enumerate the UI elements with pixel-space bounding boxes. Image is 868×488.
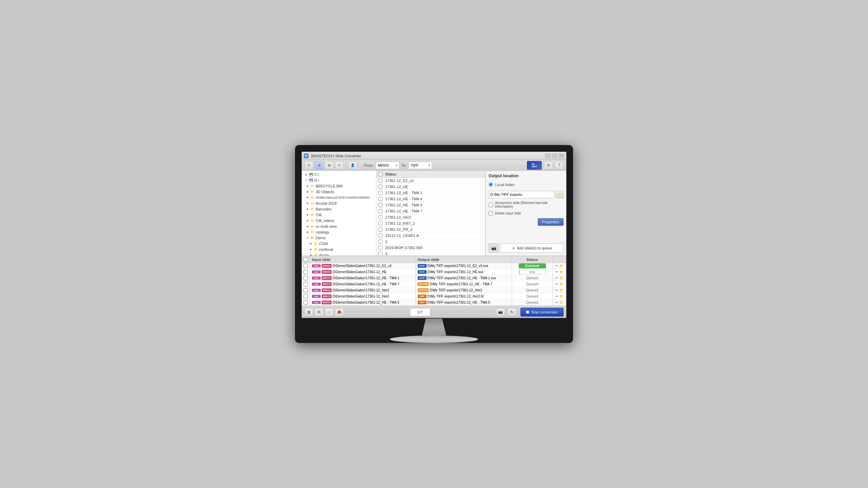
from-format-select[interactable]: MRXS SVS TIFF [376,162,399,169]
slide-checkbox-9[interactable] [378,233,382,238]
maximize-button[interactable]: □ [552,154,557,158]
queue-row-0-checkbox[interactable] [303,264,308,268]
slides-select-all[interactable] [378,172,382,176]
screenshot-btn[interactable]: 📷 [496,308,505,316]
tree-item-c-drive[interactable]: ▶ 💾 C:\ [302,171,376,177]
view-grid-button[interactable]: ⊞ [325,161,334,169]
slide-item-12[interactable]: 3 [376,251,485,256]
tree-arrow: ▼ [306,236,309,240]
tree-item-recycle[interactable]: ▶ 📁 $RECYCLE.BIN [302,183,376,189]
refresh-button[interactable]: ↻ [304,161,313,169]
slide-item-8[interactable]: 17361-12_PR_2 [376,226,485,232]
tree-item-dicom[interactable]: ▶ 📁 dicom [302,252,376,256]
local-folder-radio[interactable] [489,182,493,187]
tree-item-cv-multi[interactable]: ▶ 📁 cv multi view [302,223,376,229]
to-format-select[interactable]: TIFF SVS DICOM [408,162,432,169]
refresh-queue-btn[interactable]: ↻ [508,308,516,316]
copy-btn[interactable]: ⧉ [315,308,323,316]
slide-item-5[interactable]: 17361-12_HE - TMA 7 [376,208,485,214]
slide-checkbox-0[interactable] [378,179,382,183]
slide-checkbox-5[interactable] [378,209,382,213]
delete-checkbox[interactable] [489,211,493,216]
queue-select-all[interactable] [303,257,308,262]
tree-item-3d-objects[interactable]: ▶ 📁 3D Objects [302,189,376,195]
edit-icon-0[interactable]: ✏ [555,264,558,268]
tree-item-demo[interactable]: ▼ 📂 Demo [302,235,376,241]
edit-icon-3[interactable]: ✏ [555,282,558,286]
slide-item-6[interactable]: 17361-12_Her2 [376,214,485,220]
slide-item-7[interactable]: 17361-12_KI67_2 [376,220,485,226]
stop-conversion-button[interactable]: Stop conversion [520,308,564,317]
slide-item-3[interactable]: 17361-12_HE - TMA 4 [376,196,485,202]
folder-icon-4[interactable]: 📁 [559,288,564,292]
tree-item-arculat[interactable]: ▶ 📁 Arculat 2018 [302,200,376,206]
slide-item-1[interactable]: 17361-12_HE [376,184,485,190]
edit-icon-5[interactable]: ✏ [555,294,558,298]
slide-item-4[interactable]: 17361-12_HE - TMA 5 [376,202,485,208]
queue-row-6[interactable]: cws MRXS D\Demo\SlidesGabor\17361-12_HE … [302,300,566,306]
slide-checkbox-3[interactable] [378,197,382,201]
folder-icon-5[interactable]: 📁 [559,294,564,298]
edit-icon-1[interactable]: ✏ [555,270,558,274]
minimize-button[interactable]: — [545,154,551,158]
settings-button[interactable]: ⚙ [544,161,553,169]
move-btn[interactable]: ↕ [325,308,334,316]
anonymize-checkbox[interactable] [489,203,493,207]
export-btn[interactable]: 📤 [335,308,344,316]
view-detail-button[interactable]: ≡ [335,161,344,169]
slide-item-2[interactable]: 17361-12_HE - TMA 1 [376,190,485,196]
slide-checkbox-11[interactable] [378,246,382,250]
browse-button[interactable]: 📁 [555,191,564,198]
folder-icon-3[interactable]: 📁 [559,282,564,286]
queue-row-3-checkbox[interactable] [303,282,308,286]
queue-row-6-checkbox[interactable] [303,300,308,305]
slide-checkbox-4[interactable] [378,203,382,207]
tree-item-cm-videos[interactable]: ▶ 📁 CM_videos [302,218,376,223]
delete-btn[interactable]: 🗑 [304,308,313,316]
tree-item-confocal[interactable]: ▶ 📁 confocal [302,246,376,252]
edit-icon-4[interactable]: ✏ [555,288,558,292]
slide-item-9[interactable]: 19112-11_CKAE1-A [376,232,485,239]
slide-checkbox-10[interactable] [378,240,382,244]
add-queue-button[interactable]: + Add slide(s) to queue [501,243,564,253]
slide-item-10[interactable]: 2 [376,239,485,245]
tree-item-hash-folder[interactable]: ▶ 📁 63388126ec1a2767617ec5967e58b302 [302,195,376,200]
slide-checkbox-12[interactable] [378,252,382,256]
help-button[interactable]: ? [555,161,564,169]
slide-item-11[interactable]: 2019-BIOP-17361 000 [376,245,485,251]
view-list-button[interactable]: ☰ [315,161,323,169]
folder-icon-1[interactable]: 📁 [559,270,564,274]
folder-icon-6[interactable]: 📁 [559,301,564,304]
queue-row-2[interactable]: cws MRXS D\Demo\SlidesGabor\17361-12_HE … [302,275,566,281]
tree-item-barcodes[interactable]: ▶ 📁 Barcodes [302,206,376,212]
folder-icon: 📁 [310,224,315,228]
user-button[interactable]: 👤 [348,161,357,169]
queue-row-3[interactable]: cws MRXS D\Demo\SlidesGabor\17361-12_HE … [302,281,566,287]
queue-row-5-checkbox[interactable] [303,294,308,299]
edit-icon-6[interactable]: ✏ [555,301,558,304]
queue-row-1-checkbox[interactable] [303,270,308,274]
slide-checkbox-6[interactable] [378,215,382,219]
tree-item-cm[interactable]: ▶ 📁 CM [302,212,376,218]
queue-row-4-checkbox[interactable] [303,288,308,292]
preview-button[interactable]: 📷 [489,243,499,253]
slide-item-0[interactable]: 17361-12_E2_v3 [376,178,485,184]
queue-row-0[interactable]: cws MRXS D\Demo\SlidesGabor\17361-12_E2_… [302,263,566,269]
queue-row-2-checkbox[interactable] [303,276,308,280]
properties-button[interactable]: Properties [538,218,564,226]
queue-row-4[interactable]: cws MRXS D\Demo\SlidesGabor\17361-12_Her… [302,287,566,293]
tree-item-cytology[interactable]: ▶ 📁 cytology [302,229,376,235]
edit-icon-2[interactable]: ✏ [555,276,558,280]
folder-icon-0[interactable]: 📁 [559,264,564,268]
queue-row-5[interactable]: cws MRXS D\Demo\SlidesGabor\17361-12_Her… [302,293,566,300]
slide-checkbox-8[interactable] [378,227,382,231]
folder-path-input[interactable] [489,191,554,198]
tree-item-cish[interactable]: ▶ 📁 CISH [302,241,376,246]
slide-checkbox-1[interactable] [378,185,382,189]
close-button[interactable]: ✕ [559,154,564,158]
folder-icon-2[interactable]: 📁 [559,276,564,280]
queue-row-1[interactable]: cws MRXS D\Demo\SlidesGabor\17361-12_HE … [302,269,566,275]
slide-checkbox-2[interactable] [378,191,382,195]
tree-item-d-drive[interactable]: ▼ 💾 D:\ [302,177,376,183]
slide-checkbox-7[interactable] [378,221,382,225]
